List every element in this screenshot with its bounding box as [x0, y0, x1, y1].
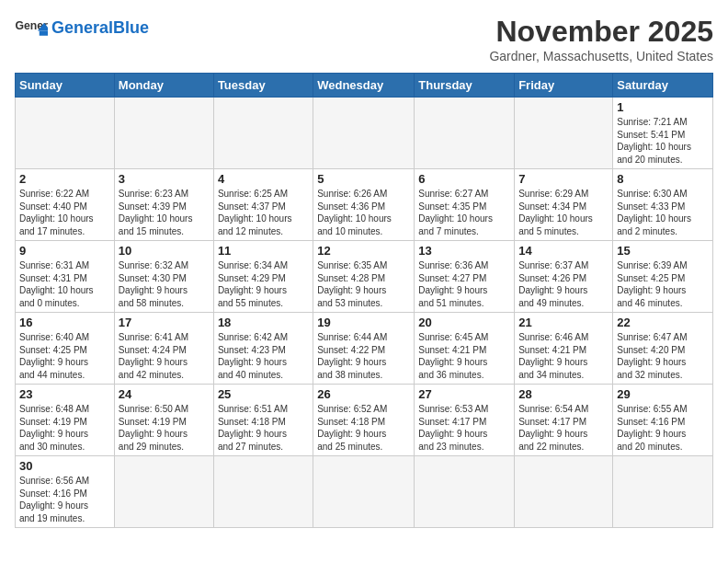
day-number: 16: [19, 316, 110, 329]
calendar-header-cell: Sunday: [16, 74, 115, 98]
day-info: Sunrise: 6:27 AM Sunset: 4:35 PM Dayligh…: [418, 188, 510, 237]
day-info: Sunrise: 6:45 AM Sunset: 4:21 PM Dayligh…: [418, 331, 510, 381]
calendar-day-cell: 19Sunrise: 6:44 AM Sunset: 4:22 PM Dayli…: [313, 313, 415, 385]
calendar-day-cell: 22Sunrise: 6:47 AM Sunset: 4:20 PM Dayli…: [613, 313, 713, 385]
calendar-day-cell: 18Sunrise: 6:42 AM Sunset: 4:23 PM Dayli…: [213, 313, 313, 385]
calendar-day-cell: 2Sunrise: 6:22 AM Sunset: 4:40 PM Daylig…: [16, 169, 115, 241]
day-number: 12: [317, 244, 410, 258]
calendar-day-cell: 26Sunrise: 6:52 AM Sunset: 4:18 PM Dayli…: [313, 385, 415, 456]
calendar-day-cell: 8Sunrise: 6:30 AM Sunset: 4:33 PM Daylig…: [613, 169, 713, 241]
day-info: Sunrise: 6:40 AM Sunset: 4:25 PM Dayligh…: [19, 331, 110, 381]
calendar-day-cell: [515, 98, 613, 169]
day-number: 26: [317, 387, 410, 401]
day-info: Sunrise: 6:39 AM Sunset: 4:25 PM Dayligh…: [617, 259, 709, 309]
day-number: 2: [19, 172, 110, 186]
day-info: Sunrise: 6:47 AM Sunset: 4:20 PM Dayligh…: [617, 331, 709, 381]
day-number: 9: [19, 244, 110, 258]
day-info: Sunrise: 6:44 AM Sunset: 4:22 PM Dayligh…: [317, 331, 410, 381]
calendar-day-cell: [213, 98, 313, 169]
day-info: Sunrise: 6:22 AM Sunset: 4:40 PM Dayligh…: [19, 188, 110, 237]
calendar-day-cell: 27Sunrise: 6:53 AM Sunset: 4:17 PM Dayli…: [415, 385, 515, 456]
calendar-day-cell: 29Sunrise: 6:55 AM Sunset: 4:16 PM Dayli…: [613, 385, 713, 456]
day-number: 6: [418, 172, 510, 186]
calendar-body: 1Sunrise: 7:21 AM Sunset: 5:41 PM Daylig…: [16, 98, 713, 528]
calendar-day-cell: 5Sunrise: 6:26 AM Sunset: 4:36 PM Daylig…: [313, 169, 415, 241]
day-number: 13: [418, 244, 510, 258]
day-info: Sunrise: 6:50 AM Sunset: 4:19 PM Dayligh…: [119, 403, 210, 453]
day-info: Sunrise: 6:42 AM Sunset: 4:23 PM Dayligh…: [218, 331, 309, 381]
day-number: 20: [418, 316, 510, 329]
day-number: 17: [119, 316, 210, 329]
day-number: 29: [617, 387, 709, 401]
day-info: Sunrise: 6:51 AM Sunset: 4:18 PM Dayligh…: [218, 403, 309, 453]
calendar-day-cell: 20Sunrise: 6:45 AM Sunset: 4:21 PM Dayli…: [415, 313, 515, 385]
day-number: 18: [218, 316, 309, 329]
calendar-day-cell: [114, 456, 213, 528]
calendar-day-cell: 30Sunrise: 6:56 AM Sunset: 4:16 PM Dayli…: [16, 456, 115, 528]
day-info: Sunrise: 6:41 AM Sunset: 4:24 PM Dayligh…: [119, 331, 210, 381]
calendar-day-cell: 10Sunrise: 6:32 AM Sunset: 4:30 PM Dayli…: [114, 241, 213, 313]
calendar-day-cell: [613, 456, 713, 528]
calendar-header-cell: Tuesday: [213, 74, 313, 98]
day-info: Sunrise: 6:26 AM Sunset: 4:36 PM Dayligh…: [317, 188, 410, 237]
day-info: Sunrise: 6:55 AM Sunset: 4:16 PM Dayligh…: [617, 403, 709, 453]
day-number: 30: [19, 459, 110, 473]
day-info: Sunrise: 6:46 AM Sunset: 4:21 PM Dayligh…: [518, 331, 609, 381]
title-block: November 2025 Gardner, Massachusetts, Un…: [489, 15, 713, 63]
calendar-week-row: 9Sunrise: 6:31 AM Sunset: 4:31 PM Daylig…: [16, 241, 713, 313]
calendar: SundayMondayTuesdayWednesdayThursdayFrid…: [15, 73, 713, 528]
day-info: Sunrise: 6:48 AM Sunset: 4:19 PM Dayligh…: [19, 403, 110, 453]
calendar-day-cell: 17Sunrise: 6:41 AM Sunset: 4:24 PM Dayli…: [114, 313, 213, 385]
day-info: Sunrise: 6:23 AM Sunset: 4:39 PM Dayligh…: [119, 188, 210, 237]
day-info: Sunrise: 6:52 AM Sunset: 4:18 PM Dayligh…: [317, 403, 410, 453]
calendar-day-cell: [515, 456, 613, 528]
day-number: 28: [518, 387, 609, 401]
calendar-day-cell: 9Sunrise: 6:31 AM Sunset: 4:31 PM Daylig…: [16, 241, 115, 313]
calendar-day-cell: 6Sunrise: 6:27 AM Sunset: 4:35 PM Daylig…: [415, 169, 515, 241]
day-number: 7: [518, 172, 609, 186]
day-info: Sunrise: 7:21 AM Sunset: 5:41 PM Dayligh…: [617, 116, 709, 166]
calendar-day-cell: 23Sunrise: 6:48 AM Sunset: 4:19 PM Dayli…: [16, 385, 115, 456]
calendar-week-row: 2Sunrise: 6:22 AM Sunset: 4:40 PM Daylig…: [16, 169, 713, 241]
calendar-day-cell: 7Sunrise: 6:29 AM Sunset: 4:34 PM Daylig…: [515, 169, 613, 241]
svg-rect-2: [40, 31, 48, 36]
calendar-day-cell: 16Sunrise: 6:40 AM Sunset: 4:25 PM Dayli…: [16, 313, 115, 385]
logo-text: GeneralBlue: [51, 18, 149, 37]
calendar-day-cell: 11Sunrise: 6:34 AM Sunset: 4:29 PM Dayli…: [213, 241, 313, 313]
day-number: 14: [518, 244, 609, 258]
day-number: 25: [218, 387, 309, 401]
day-number: 1: [617, 100, 709, 114]
calendar-day-cell: 13Sunrise: 6:36 AM Sunset: 4:27 PM Dayli…: [415, 241, 515, 313]
calendar-week-row: 30Sunrise: 6:56 AM Sunset: 4:16 PM Dayli…: [16, 456, 713, 528]
day-info: Sunrise: 6:34 AM Sunset: 4:29 PM Dayligh…: [218, 259, 309, 309]
day-info: Sunrise: 6:37 AM Sunset: 4:26 PM Dayligh…: [518, 259, 609, 309]
day-number: 3: [119, 172, 210, 186]
calendar-day-cell: [213, 456, 313, 528]
day-info: Sunrise: 6:35 AM Sunset: 4:28 PM Dayligh…: [317, 259, 410, 309]
calendar-header-cell: Thursday: [415, 74, 515, 98]
day-number: 24: [119, 387, 210, 401]
day-number: 8: [617, 172, 709, 186]
calendar-header: SundayMondayTuesdayWednesdayThursdayFrid…: [16, 74, 713, 98]
calendar-day-cell: [114, 98, 213, 169]
calendar-week-row: 1Sunrise: 7:21 AM Sunset: 5:41 PM Daylig…: [16, 98, 713, 169]
calendar-day-cell: 15Sunrise: 6:39 AM Sunset: 4:25 PM Dayli…: [613, 241, 713, 313]
page-header: General GeneralBlue November 2025 Gardne…: [15, 15, 713, 63]
day-number: 27: [418, 387, 510, 401]
day-number: 10: [119, 244, 210, 258]
logo-icon: General: [15, 15, 48, 40]
logo: General GeneralBlue: [15, 15, 149, 40]
calendar-header-cell: Monday: [114, 74, 213, 98]
day-number: 11: [218, 244, 309, 258]
calendar-day-cell: 12Sunrise: 6:35 AM Sunset: 4:28 PM Dayli…: [313, 241, 415, 313]
day-number: 22: [617, 316, 709, 329]
day-info: Sunrise: 6:31 AM Sunset: 4:31 PM Dayligh…: [19, 259, 110, 309]
calendar-week-row: 23Sunrise: 6:48 AM Sunset: 4:19 PM Dayli…: [16, 385, 713, 456]
day-info: Sunrise: 6:25 AM Sunset: 4:37 PM Dayligh…: [218, 188, 309, 237]
day-number: 15: [617, 244, 709, 258]
day-number: 23: [19, 387, 110, 401]
calendar-day-cell: [415, 456, 515, 528]
day-number: 4: [218, 172, 309, 186]
calendar-day-cell: [16, 98, 115, 169]
calendar-day-cell: [415, 98, 515, 169]
